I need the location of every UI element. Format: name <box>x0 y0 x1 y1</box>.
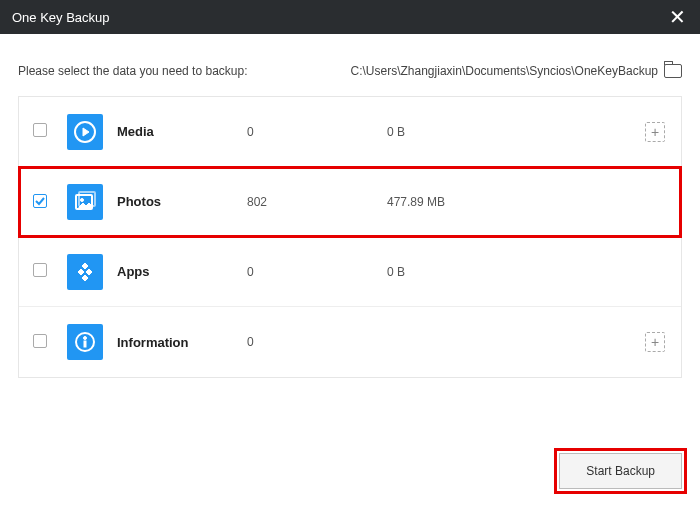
svg-point-3 <box>81 198 84 201</box>
backup-path: C:\Users\Zhangjiaxin\Documents\Syncios\O… <box>351 64 658 78</box>
footer: Start Backup <box>559 453 682 489</box>
expand-icon[interactable]: + <box>645 332 665 352</box>
svg-point-5 <box>84 337 87 340</box>
list-item[interactable]: Media00 B+ <box>19 97 681 167</box>
checkbox[interactable] <box>33 123 47 137</box>
list-item[interactable]: Photos802477.89 MB <box>19 167 681 237</box>
list-item[interactable]: Apps00 B <box>19 237 681 307</box>
checkbox[interactable] <box>33 194 47 208</box>
item-count: 0 <box>247 265 387 279</box>
folder-icon[interactable] <box>664 64 682 78</box>
item-size: 0 B <box>387 265 623 279</box>
info-icon <box>67 324 103 360</box>
item-count: 802 <box>247 195 387 209</box>
apps-icon <box>67 254 103 290</box>
content-area: Please select the data you need to backu… <box>0 34 700 378</box>
start-backup-button[interactable]: Start Backup <box>559 453 682 489</box>
list-item[interactable]: Information0+ <box>19 307 681 377</box>
item-label: Photos <box>117 194 247 209</box>
prompt-text: Please select the data you need to backu… <box>18 64 248 78</box>
expand-icon[interactable]: + <box>645 122 665 142</box>
backup-list: Media00 B+Photos802477.89 MBApps00 BInfo… <box>18 96 682 378</box>
svg-rect-6 <box>84 341 86 347</box>
checkbox[interactable] <box>33 263 47 277</box>
item-count: 0 <box>247 125 387 139</box>
item-label: Media <box>117 124 247 139</box>
item-label: Apps <box>117 264 247 279</box>
play-icon <box>67 114 103 150</box>
item-size: 477.89 MB <box>387 195 623 209</box>
titlebar: One Key Backup ✕ <box>0 0 700 34</box>
checkbox[interactable] <box>33 334 47 348</box>
item-size: 0 B <box>387 125 623 139</box>
item-count: 0 <box>247 335 387 349</box>
window-title: One Key Backup <box>12 10 110 25</box>
path-display: C:\Users\Zhangjiaxin\Documents\Syncios\O… <box>351 64 682 78</box>
close-icon[interactable]: ✕ <box>666 6 688 28</box>
item-label: Information <box>117 335 247 350</box>
header-row: Please select the data you need to backu… <box>18 64 682 78</box>
photo-icon <box>67 184 103 220</box>
